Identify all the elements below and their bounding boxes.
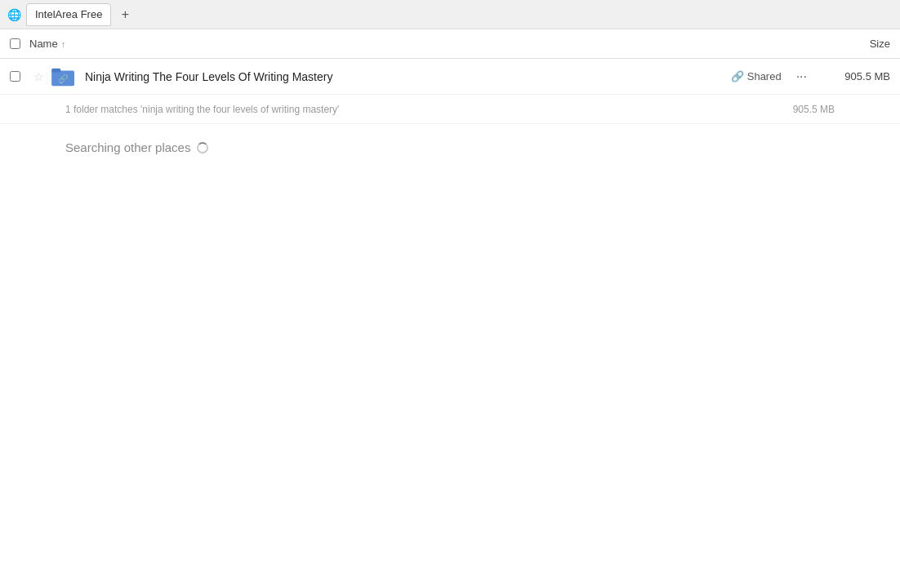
file-name: Ninja Writing The Four Levels Of Writing…	[85, 70, 731, 83]
file-size: 905.5 MB	[825, 70, 890, 82]
name-column-label: Name	[29, 38, 58, 50]
size-column-label: Size	[870, 38, 890, 50]
tab-label: IntelArea Free	[35, 8, 102, 20]
match-info-row: 1 folder matches 'ninja writing the four…	[0, 95, 900, 124]
sort-indicator: ↑	[61, 39, 66, 49]
file-actions: ···	[791, 68, 812, 86]
tab-intellarea[interactable]: IntelArea Free	[26, 3, 111, 26]
select-all-checkbox-container[interactable]	[10, 38, 29, 49]
star-icon[interactable]: ☆	[29, 70, 47, 83]
svg-rect-1	[51, 68, 60, 72]
row-checkbox-container[interactable]	[10, 71, 29, 82]
match-info-text: 1 folder matches 'ninja writing the four…	[65, 104, 793, 115]
size-column-header[interactable]: Size	[809, 38, 890, 50]
row-checkbox[interactable]	[10, 71, 20, 82]
shared-badge: 🔗 Shared	[731, 70, 782, 82]
add-tab-button[interactable]: +	[116, 6, 134, 24]
link-icon: 🔗	[731, 70, 744, 82]
more-options-button[interactable]: ···	[791, 68, 812, 86]
column-header: Name ↑ Size	[0, 29, 900, 59]
select-all-checkbox[interactable]	[10, 38, 20, 49]
file-row[interactable]: ☆ 🔗 Ninja Writing The Four Levels Of Wri…	[0, 59, 900, 95]
searching-label: Searching other places	[65, 140, 190, 154]
loading-spinner	[197, 142, 208, 154]
svg-text:🔗: 🔗	[58, 73, 69, 83]
name-column-header[interactable]: Name ↑	[29, 38, 809, 50]
match-info-size: 905.5 MB	[793, 104, 835, 115]
searching-section: Searching other places	[0, 124, 900, 171]
shared-label: Shared	[747, 70, 782, 82]
folder-icon: 🔗	[51, 64, 77, 90]
app-icon: 🌐	[7, 7, 21, 22]
title-bar: 🌐 IntelArea Free +	[0, 0, 900, 29]
